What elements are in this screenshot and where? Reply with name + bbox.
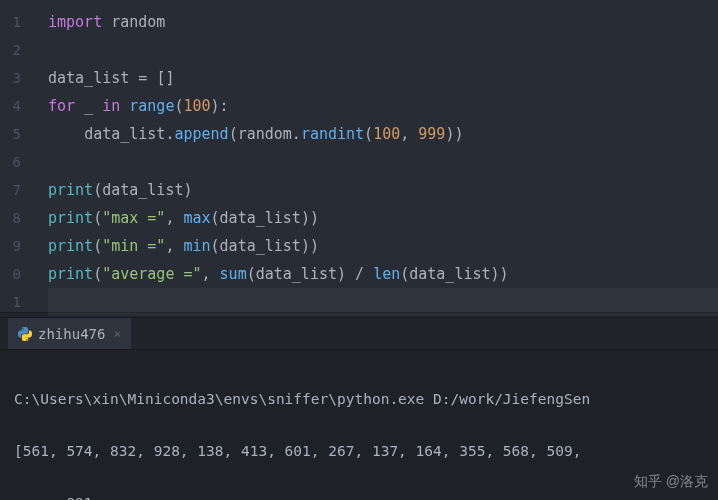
code-line[interactable] [48, 36, 718, 64]
line-number: 1 [0, 288, 21, 316]
line-number: 4 [0, 92, 21, 120]
tab-label: zhihu476 [38, 326, 105, 342]
code-editor[interactable]: 1 2 3 4 5 6 7 8 9 0 1 import random data… [0, 0, 718, 312]
line-gutter: 1 2 3 4 5 6 7 8 9 0 1 [0, 0, 30, 312]
code-line[interactable]: print("average =", sum(data_list) / len(… [48, 260, 718, 288]
line-number: 1 [0, 8, 21, 36]
terminal-line: [561, 574, 832, 928, 138, 413, 601, 267,… [14, 438, 704, 464]
line-number: 7 [0, 176, 21, 204]
terminal-line: max = 991 [14, 490, 704, 500]
code-area[interactable]: import random data_list = [] for _ in ra… [30, 0, 718, 312]
code-line[interactable]: data_list = [] [48, 64, 718, 92]
terminal-tab[interactable]: zhihu476 × [8, 318, 131, 349]
line-number: 0 [0, 260, 21, 288]
code-line[interactable]: print(data_list) [48, 176, 718, 204]
line-number: 6 [0, 148, 21, 176]
watermark: 知乎 @洛克 [634, 468, 708, 494]
line-number: 2 [0, 36, 21, 64]
line-number: 9 [0, 232, 21, 260]
terminal-output[interactable]: C:\Users\xin\Miniconda3\envs\sniffer\pyt… [0, 350, 718, 500]
line-number: 8 [0, 204, 21, 232]
code-line[interactable]: data_list.append(random.randint(100, 999… [48, 120, 718, 148]
terminal-line: C:\Users\xin\Miniconda3\envs\sniffer\pyt… [14, 386, 704, 412]
code-line[interactable]: for _ in range(100): [48, 92, 718, 120]
code-line[interactable]: import random [48, 8, 718, 36]
code-line[interactable] [48, 148, 718, 176]
code-line[interactable]: print("max =", max(data_list)) [48, 204, 718, 232]
terminal-tabs: zhihu476 × [0, 318, 718, 350]
code-line[interactable]: print("min =", min(data_list)) [48, 232, 718, 260]
python-icon [18, 327, 32, 341]
line-number: 3 [0, 64, 21, 92]
code-line-active[interactable] [48, 288, 718, 316]
line-number: 5 [0, 120, 21, 148]
close-icon[interactable]: × [113, 326, 121, 341]
